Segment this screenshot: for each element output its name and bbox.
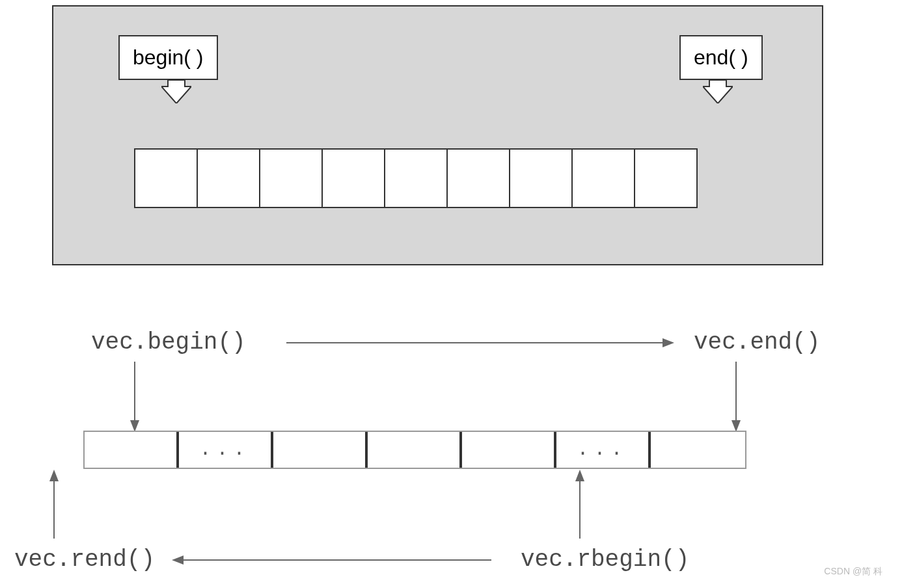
reverse-arrow-head-icon [172, 555, 184, 565]
vec-rend-arrow-line [53, 480, 55, 539]
cell [634, 148, 698, 208]
begin-label-box: begin( ) [118, 35, 218, 80]
vector-cells-top [134, 148, 698, 208]
begin-arrow-icon [161, 80, 191, 103]
end-arrow-icon [703, 80, 733, 103]
cell [446, 148, 510, 208]
cell [134, 148, 198, 208]
vec-rend-arrow-head-icon [49, 470, 59, 481]
cell [571, 148, 635, 208]
cell [368, 432, 462, 468]
reverse-arrow-line [182, 559, 491, 561]
cell [462, 432, 556, 468]
cell [384, 148, 448, 208]
cell [273, 432, 368, 468]
vec-end-label: vec.end() [694, 329, 820, 356]
cell: ... [179, 432, 273, 468]
vec-begin-label: vec.begin() [91, 329, 246, 356]
cell [509, 148, 573, 208]
cell [197, 148, 260, 208]
cell [259, 148, 323, 208]
cell [651, 432, 745, 468]
vec-begin-arrow-line [134, 362, 135, 421]
cell: ... [556, 432, 651, 468]
vec-rbegin-arrow-head-icon [575, 470, 584, 481]
end-label: end( ) [694, 46, 748, 69]
watermark-text: CSDN @简 科 [824, 566, 882, 578]
svg-marker-1 [703, 80, 733, 103]
cell [321, 148, 385, 208]
iterator-diagram-top: begin( ) end( ) [52, 5, 823, 265]
begin-label: begin( ) [133, 46, 204, 69]
forward-arrow-line [286, 342, 664, 343]
forward-arrow-head-icon [663, 338, 674, 347]
vector-cells-bottom: ... ... [83, 431, 746, 469]
iterator-diagram-bottom: vec.begin() vec.end() vec.rend() vec.rbe… [0, 299, 902, 579]
svg-marker-0 [161, 80, 191, 103]
cell [85, 432, 179, 468]
vec-rend-label: vec.rend() [14, 546, 155, 573]
vec-rbegin-label: vec.rbegin() [521, 546, 689, 573]
vec-end-arrow-line [735, 362, 737, 421]
end-label-box: end( ) [679, 35, 763, 80]
vec-rbegin-arrow-line [579, 480, 581, 539]
